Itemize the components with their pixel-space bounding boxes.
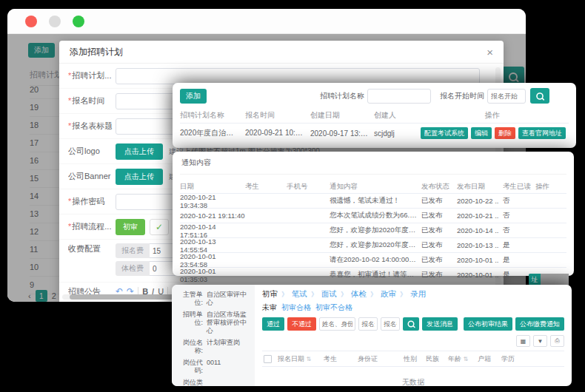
notice-row[interactable]: 2020-10-13 14:55:54 您好，欢迎参加2020年度自治区市场..… — [180, 237, 566, 252]
column-header: 考生 — [324, 354, 358, 364]
publish-fee-notice-button[interactable]: 公布缴费通知 — [515, 317, 564, 331]
dialog-title: 添加招聘计划 — [70, 46, 123, 58]
configure-exam-button[interactable]: 配置考试系统 — [421, 127, 468, 139]
apply-start-input[interactable] — [358, 317, 378, 331]
info-label: 招聘单位: — [176, 311, 203, 335]
tab-separator: 》 — [400, 290, 407, 300]
notice-row[interactable]: 2020-10-21 19:11:40 您本次笔试成绩分数为66.52分 已发布… — [180, 208, 566, 223]
notice-row[interactable]: 2020-10-21 19:34:38 很遗憾，笔试未通过！ 已发布 2020-… — [180, 193, 566, 208]
sort-icon[interactable]: ⇅ — [307, 356, 312, 362]
filter-passed[interactable]: 初审合格 — [281, 303, 311, 313]
read-cell: 否 — [503, 211, 535, 220]
required-mark: * — [68, 71, 71, 80]
pass-button[interactable]: 通过 — [262, 317, 284, 331]
publish-date-cell: 2020-10-01 .. — [457, 271, 503, 279]
creator-cell: scjdglj — [374, 129, 415, 138]
plan-name-input[interactable] — [116, 68, 480, 84]
column-header: 操作 — [415, 110, 569, 121]
required-mark: * — [68, 96, 71, 105]
column-header: 身份证 — [358, 354, 404, 364]
status-cell: 已发布 — [421, 240, 457, 250]
window-titlebar — [7, 9, 526, 34]
stage-tabs: 初审 》 笔试 》 面试 》 体检 》 政审 》 录用 — [262, 289, 564, 300]
print-icon[interactable]: ⎙ — [550, 335, 564, 347]
notice-row[interactable]: 2020-10-01 01:35:03 恭喜您，初审通过！请等待进一步通知 已发… — [180, 267, 566, 282]
partial-url-button[interactable]: 址 — [529, 274, 541, 285]
candidate-search-input[interactable] — [319, 317, 355, 331]
plan-list-panel: 添加 招聘计划名称 报名开始时间 招聘计划名称 报名时间 创建日期 创建人 操作… — [173, 83, 576, 148]
plan-search-button[interactable] — [530, 88, 549, 104]
plan-name-search-input[interactable] — [367, 89, 431, 104]
close-icon[interactable]: × — [487, 46, 493, 58]
send-message-button[interactable]: 发送消息 — [422, 317, 458, 331]
column-header: 考生 — [245, 182, 287, 192]
start-time-input[interactable] — [487, 89, 526, 104]
info-value: 0011 — [207, 359, 221, 375]
audit-search-button[interactable] — [403, 317, 419, 331]
required-mark: * — [68, 222, 71, 231]
required-mark: * — [68, 121, 71, 130]
status-cell: 已发布 — [421, 211, 457, 220]
date-cell: 2020-10-14 17:51:16 — [180, 223, 245, 239]
dialog-header: 添加招聘计划 × — [59, 41, 504, 64]
columns-icon[interactable]: ▦ — [516, 335, 530, 347]
tab-political-review[interactable]: 政审 — [381, 289, 396, 300]
notice-row[interactable]: 2020-10-01 23:54:58 请在2020-10-02 14:00:0… — [180, 252, 566, 267]
column-header: 考生已读 — [503, 182, 535, 192]
edit-button[interactable]: 编辑 — [471, 127, 492, 139]
publish-date-cell: 2020-10-14 .. — [457, 226, 503, 234]
tab-written-test[interactable]: 笔试 — [292, 289, 307, 300]
view-site-url-button[interactable]: 查看官网地址 — [518, 127, 566, 139]
fail-button[interactable]: 不通过 — [287, 317, 316, 331]
select-all-checkbox[interactable] — [264, 355, 272, 363]
audit-panel: 主管单位: 自治区审评中心 招聘单位: 自治区市场监督审核评价中心 岗位名称: … — [172, 285, 572, 386]
plan-table: 招聘计划名称 报名时间 创建日期 创建人 操作 2020年度自治区市场监.. 2… — [180, 108, 569, 143]
tab-separator: 》 — [370, 290, 377, 300]
maximize-window-icon[interactable] — [73, 16, 84, 27]
tab-hired[interactable]: 录用 — [410, 289, 426, 300]
date-cell: 2020-10-01 01:35:03 — [180, 267, 245, 283]
status-cell: 已发布 — [421, 270, 457, 280]
upload-logo-button[interactable]: 点击上传 — [116, 143, 163, 160]
minimize-window-icon[interactable] — [49, 16, 61, 27]
column-header: 户籍 — [478, 354, 501, 364]
notice-panel-title: 通知内容 — [180, 156, 566, 175]
sort-icon[interactable]: ⇅ — [464, 356, 469, 362]
field-label: *报名时间 — [68, 95, 116, 107]
content-cell: 您好，欢迎参加2020年度自治区市场... — [330, 240, 421, 250]
publish-result-button[interactable]: 公布初审结果 — [464, 317, 512, 331]
fee-medical-label: 体检费 — [116, 261, 150, 276]
date-cell: 2020-10-21 19:34:38 — [180, 193, 245, 209]
upload-banner-button[interactable]: 点击上传 — [116, 169, 163, 185]
content-cell: 您好，欢迎参加2020年度自治区市场... — [330, 226, 421, 235]
filter-failed[interactable]: 初审不合格 — [315, 303, 352, 313]
date-cell: 2020-10-13 14:55:54 — [180, 237, 245, 254]
content-cell: 您本次笔试成绩分数为66.52分 — [330, 211, 421, 220]
filter-icon[interactable]: ▼ — [533, 335, 547, 347]
column-header: 创建日期 — [310, 110, 374, 121]
audit-action-row: 通过 不通过 发送消息 公布初审结果 公布缴费通知 — [262, 317, 564, 331]
delete-button[interactable]: 删除 — [495, 127, 515, 139]
read-cell: 是 — [503, 240, 535, 250]
tab-medical-exam[interactable]: 体检 — [351, 289, 367, 300]
plan-table-row[interactable]: 2020年度自治区市场监.. 2020-09-21 10:00到2020... … — [180, 123, 569, 143]
notice-row[interactable]: 2020-10-14 17:51:16 您好，欢迎参加2020年度自治区市场..… — [180, 223, 566, 237]
close-window-icon[interactable] — [25, 16, 37, 27]
date-cell: 2020-10-01 23:54:58 — [180, 252, 245, 268]
column-header: 报名日期 ⇅ — [278, 354, 324, 364]
column-header: 学历 — [501, 354, 525, 364]
tab-first-audit[interactable]: 初审 — [262, 289, 278, 300]
filter-unreviewed[interactable]: 未审 — [262, 303, 277, 313]
position-info-sidebar: 主管单位: 自治区审评中心 招聘单位: 自治区市场监督审核评价中心 岗位名称: … — [172, 285, 255, 386]
tab-interview[interactable]: 面试 — [321, 289, 337, 300]
column-header: 操作 — [535, 182, 565, 192]
plan-table-header-row: 招聘计划名称 报名时间 创建日期 创建人 操作 — [180, 108, 569, 123]
check-icon[interactable]: ✓ — [150, 219, 169, 235]
apply-end-input[interactable] — [381, 317, 400, 331]
info-pair: 岗位代码: 0011 — [176, 359, 250, 375]
add-plan-button[interactable]: 添加 — [180, 89, 207, 104]
flow-step-first-audit[interactable]: 初审 — [116, 219, 145, 235]
audit-filters: 未审 初审合格 初审不合格 — [262, 303, 564, 313]
column-header: 通知内容 — [330, 182, 421, 192]
date-cell: 2020-10-21 19:11:40 — [180, 212, 245, 220]
